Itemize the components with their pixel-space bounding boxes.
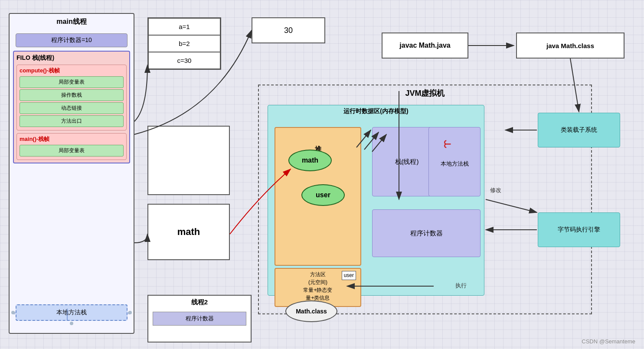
jvm-title: JVM虚拟机 (259, 85, 591, 101)
watermark: CSDN @Semanteme (582, 338, 635, 345)
math-ellipse: math (288, 150, 332, 171)
runtime-title: 运行时数据区(内存模型) (268, 105, 484, 117)
var-c: c=30 (148, 52, 220, 69)
javaclass-box: java Math.class (516, 33, 624, 59)
frame-item-method-exit: 方法出口 (20, 115, 124, 127)
empty-box1 (147, 126, 230, 195)
jvm-native-stack: ⥼ 本地方法栈 (428, 127, 481, 196)
class-loader-box: 类装载子系统 (538, 113, 620, 147)
execute-label: 执行 (455, 282, 467, 290)
main-thread-box: main线程 程序计数器=10 FILO 栈(线程) compute()-栈帧 … (9, 13, 134, 334)
javac-label: javac Math.java (399, 42, 450, 49)
thirty-value: 30 (284, 26, 293, 35)
main-frame: main()-栈帧 局部变量表 (16, 133, 127, 160)
math-ellipse-label: math (302, 157, 318, 164)
mathclass-label: Math.class (296, 308, 327, 315)
filo-title: FILO 栈(线程) (16, 54, 127, 62)
variables-box: a=1 b=2 c=30 (147, 17, 221, 70)
main-thread-title: main线程 (10, 14, 134, 30)
compute-frame-title: compute()-栈帧 (20, 67, 124, 75)
heap-label: 堆 (275, 128, 360, 153)
thread2-box: 线程2 程序计数器 (147, 295, 252, 342)
dot-left (11, 311, 15, 314)
math-label-box: math (147, 204, 230, 260)
jvm-pc: 程序计数器 (372, 209, 481, 257)
heap-area: 堆 math user (275, 127, 361, 266)
frame-item-local-vars: 局部变量表 (20, 76, 124, 88)
mathclass-ellipse: Math.class (285, 300, 337, 322)
javac-box: javac Math.java (382, 33, 468, 59)
compute-frame: compute()-栈帧 局部变量表 操作数栈 动态链接 方法出口 (16, 65, 127, 130)
program-counter-box: 程序计数器=10 (16, 33, 127, 47)
thread2-counter: 程序计数器 (153, 312, 246, 326)
main-frame-title: main()-栈帧 (20, 135, 124, 143)
var-a: a=1 (148, 18, 220, 35)
class-loader-label: 类装载子系统 (561, 126, 597, 134)
user-small-label: user (342, 271, 356, 280)
main-frame-local-vars: 局部变量表 (20, 145, 124, 157)
dot-bottom (70, 322, 73, 325)
bytecode-box: 字节码执行引擎 (538, 212, 620, 247)
filo-box: FILO 栈(线程) compute()-栈帧 局部变量表 操作数栈 动态链接 … (13, 51, 130, 163)
thread2-title: 线程2 (148, 296, 251, 309)
jvm-stack-label: 栈(线程) (395, 158, 419, 166)
frame-item-dynamic-link: 动态链接 (20, 102, 124, 114)
bytecode-label: 字节码执行引擎 (558, 226, 600, 234)
math-label: math (177, 226, 200, 238)
jvm-native-stack-label: 本地方法栈 (441, 160, 469, 168)
native-method-label: 本地方法栈 (56, 309, 87, 316)
native-method-box: ⊕ 本地方法栈 ⊕ (16, 304, 127, 321)
thirty-box: 30 (252, 17, 325, 43)
modify-label: 修改 (490, 186, 501, 194)
dot-right (128, 311, 132, 314)
runtime-area: 运行时数据区(内存模型) 堆 math user 栈(线程) ⥼ (268, 105, 484, 296)
frame-item-operand-stack: 操作数栈 (20, 89, 124, 101)
jvm-pc-label: 程序计数器 (410, 229, 443, 238)
java-class-label: java Math.class (546, 42, 594, 49)
diagram-container: main线程 程序计数器=10 FILO 栈(线程) compute()-栈帧 … (0, 0, 644, 349)
var-b: b=2 (148, 35, 220, 52)
user-ellipse: user (301, 184, 345, 206)
user-ellipse-label: user (316, 191, 330, 199)
